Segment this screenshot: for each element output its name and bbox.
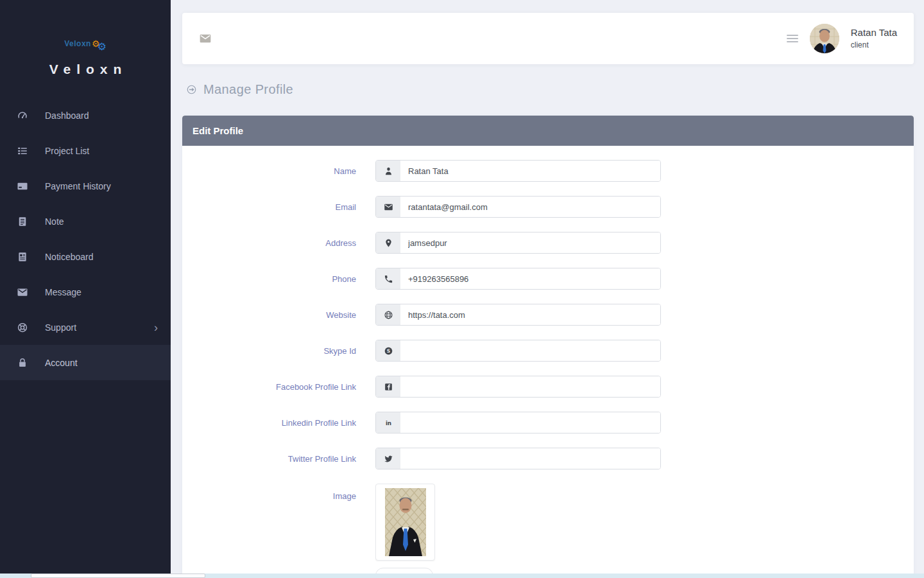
topbar: Ratan Tata client (182, 13, 914, 64)
sidebar: Veloxn⚙⚙ Veloxn DashboardProject ListPay… (0, 0, 171, 578)
sidebar-item-support[interactable]: Support› (0, 310, 171, 345)
field-label: Website (182, 310, 356, 320)
chevron-right-icon: › (154, 322, 158, 333)
globe-icon (384, 310, 393, 320)
form-row: Address (182, 232, 914, 254)
page-title: Manage Profile (203, 82, 293, 97)
email-input[interactable] (400, 197, 660, 217)
sidebar-item-label: Noticeboard (45, 252, 94, 262)
twitter-icon (384, 454, 393, 464)
life-ring-icon (17, 322, 28, 333)
form-row: Name (182, 160, 914, 182)
field-label: Email (182, 202, 356, 212)
facebook-profile-link-input[interactable] (400, 376, 660, 397)
phone-input[interactable] (400, 268, 660, 289)
sidebar-item-payment-history[interactable]: Payment History (0, 168, 171, 204)
horizontal-scrollbar-thumb[interactable] (31, 574, 205, 578)
input-group (375, 304, 661, 326)
input-addon: S (376, 340, 400, 361)
field-label: Twitter Profile Link (182, 454, 356, 464)
input-addon (376, 448, 400, 469)
field-label: Linkedin Profile Link (182, 418, 356, 428)
sidebar-item-label: Note (45, 216, 64, 227)
credit-card-icon (17, 180, 28, 192)
input-group (375, 268, 661, 290)
user-icon (384, 166, 393, 176)
brand-logo-text: Veloxn (64, 39, 91, 48)
sidebar-item-label: Payment History (45, 181, 111, 191)
linkedin-profile-link-input[interactable] (400, 412, 660, 433)
field-label: Facebook Profile Link (182, 382, 356, 392)
field-label: Image (182, 484, 356, 561)
lock-icon (17, 357, 28, 369)
input-addon (376, 161, 400, 181)
card-header: Edit Profile (182, 116, 914, 146)
arrow-circle-icon (186, 84, 197, 95)
input-addon (376, 304, 400, 325)
input-group: in (375, 412, 661, 434)
phone-icon (384, 274, 393, 284)
tachometer-icon (17, 110, 28, 121)
form-row: Phone (182, 268, 914, 290)
edit-profile-card: Edit Profile NameEmailAddressPhoneWebsit… (182, 116, 914, 578)
field-label: Skype Id (182, 346, 356, 356)
sidebar-menu: DashboardProject ListPayment HistoryNote… (0, 98, 171, 380)
svg-text:in: in (385, 419, 391, 426)
input-addon (376, 376, 400, 397)
gear-icon: ⚙ (97, 42, 106, 52)
mail-icon[interactable] (199, 32, 212, 45)
input-group (375, 160, 661, 182)
input-group (375, 376, 661, 398)
form-row: Email (182, 196, 914, 218)
file-icon (17, 216, 28, 227)
website-input[interactable] (400, 304, 660, 325)
field-label: Phone (182, 274, 356, 284)
sidebar-item-noticeboard[interactable]: Noticeboard (0, 239, 171, 274)
list-icon (17, 145, 28, 157)
horizontal-scrollbar[interactable] (0, 574, 924, 578)
sidebar-item-label: Message (45, 287, 81, 297)
name-input[interactable] (400, 161, 660, 181)
brand-logo: Veloxn⚙⚙ (0, 33, 171, 54)
sidebar-item-project-list[interactable]: Project List (0, 133, 171, 168)
envelope-icon (17, 286, 28, 298)
form-row: Skype IdS (182, 340, 914, 362)
sidebar-item-label: Account (45, 358, 78, 368)
user-meta: Ratan Tata client (851, 27, 897, 49)
input-addon (376, 197, 400, 217)
user-name: Ratan Tata (851, 27, 897, 39)
address-input[interactable] (400, 232, 660, 253)
field-label: Address (182, 238, 356, 248)
sidebar-item-note[interactable]: Note (0, 204, 171, 239)
input-group (375, 196, 661, 218)
profile-image-thumbnail[interactable] (375, 484, 435, 561)
avatar[interactable] (810, 24, 839, 53)
page-title-row: Manage Profile (186, 82, 914, 97)
topbar-right: Ratan Tata client (787, 24, 897, 53)
form-row: Facebook Profile Link (182, 376, 914, 398)
skype-id-input[interactable] (400, 340, 660, 361)
sidebar-item-label: Dashboard (45, 110, 89, 121)
sidebar-item-message[interactable]: Message (0, 274, 171, 310)
board-icon (17, 251, 28, 263)
sidebar-item-account[interactable]: Account (0, 345, 171, 380)
card-body: NameEmailAddressPhoneWebsiteSkype IdSFac… (182, 146, 914, 578)
form-fields: NameEmailAddressPhoneWebsiteSkype IdSFac… (182, 160, 914, 469)
svg-text:S: S (386, 348, 389, 354)
input-addon (376, 232, 400, 253)
input-group (375, 448, 661, 469)
twitter-profile-link-input[interactable] (400, 448, 660, 469)
field-label: Name (182, 166, 356, 176)
envelope-icon (384, 202, 393, 212)
form-row: Twitter Profile Link (182, 448, 914, 469)
sidebar-item-dashboard[interactable]: Dashboard (0, 98, 171, 133)
image-row: Image (182, 484, 914, 561)
brand-name: Veloxn (0, 62, 171, 77)
map-marker-icon (384, 238, 393, 248)
hamburger-menu-icon[interactable] (787, 35, 798, 42)
facebook-icon (384, 382, 393, 392)
sidebar-item-label: Project List (45, 146, 89, 156)
input-addon: in (376, 412, 400, 433)
user-role: client (851, 40, 897, 49)
form-row: Website (182, 304, 914, 326)
